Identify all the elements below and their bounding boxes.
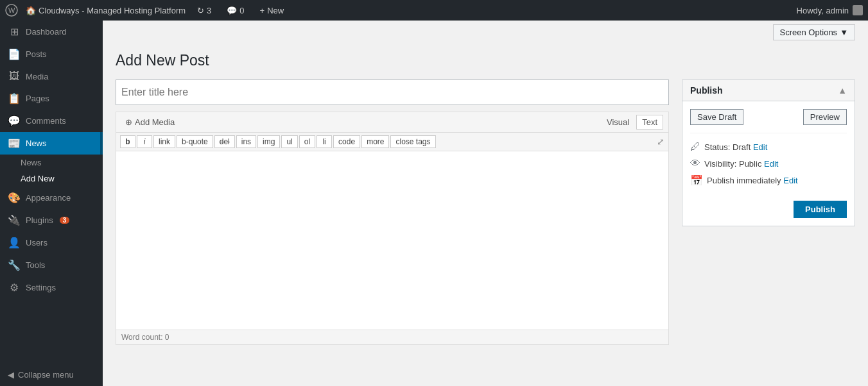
editor-main: ⊕ Add Media Visual Text b i link	[116, 80, 669, 345]
schedule-edit-link[interactable]: Edit	[783, 176, 797, 185]
format-more-button[interactable]: more	[361, 135, 389, 148]
site-name[interactable]: 🏠 Cloudways - Managed Hosting Platform	[26, 6, 186, 15]
format-ul-button[interactable]: ul	[281, 135, 297, 148]
editor-body[interactable]	[116, 151, 669, 330]
publish-button[interactable]: Publish	[794, 201, 847, 218]
calendar-icon: 📅	[690, 174, 703, 187]
visibility-icon: 👁	[690, 158, 700, 169]
sidebar-item-appearance[interactable]: 🎨 Appearance	[0, 187, 103, 209]
visibility-edit-link[interactable]: Edit	[764, 159, 778, 169]
house-icon: 🏠	[26, 6, 36, 15]
publish-box-header: Publish ▲	[682, 80, 855, 101]
status-icon: 🖊	[690, 141, 700, 153]
publish-box-body: Save Draft Preview 🖊 Status: Draft Edit …	[682, 101, 855, 226]
media-icon: 🖼	[8, 71, 21, 82]
pages-icon: 📋	[8, 92, 21, 105]
comment-icon: 💬	[227, 6, 237, 15]
format-italic-button[interactable]: i	[137, 135, 152, 148]
format-img-button[interactable]: img	[257, 135, 280, 148]
sidebar-item-pages[interactable]: 📋 Pages	[0, 87, 103, 110]
editor-tabs: Visual Text	[601, 115, 663, 130]
add-media-icon: ⊕	[125, 117, 132, 127]
posts-icon: 📄	[8, 48, 21, 60]
schedule-item: 📅 Publish immediately Edit	[690, 172, 847, 189]
sidebar: ⊞ Dashboard 📄 Posts 🖼 Media 📋 Pages 💬 Co…	[0, 21, 103, 386]
preview-button[interactable]: Preview	[803, 109, 847, 125]
collapse-icon: ◀	[8, 370, 14, 380]
updates-icon: ↻	[197, 6, 204, 15]
format-link-button[interactable]: link	[153, 135, 175, 148]
screen-options-button[interactable]: Screen Options ▼	[773, 24, 855, 40]
format-del-button[interactable]: del	[214, 135, 235, 148]
format-code-button[interactable]: code	[333, 135, 360, 148]
sidebar-item-media[interactable]: 🖼 Media	[0, 65, 103, 87]
editor-toolbar: ⊕ Add Media Visual Text	[116, 112, 669, 132]
new-button[interactable]: + New	[256, 0, 288, 21]
sidebar-sub-news[interactable]: News	[0, 155, 103, 171]
page-title: Add New Post	[116, 52, 855, 69]
news-icon: 📰	[8, 137, 21, 149]
sidebar-item-plugins[interactable]: 🔌 Plugins 3	[0, 209, 103, 231]
admin-bar: W 🏠 Cloudways - Managed Hosting Platform…	[0, 0, 868, 21]
format-ol-button[interactable]: ol	[299, 135, 315, 148]
status-item: 🖊 Status: Draft Edit	[690, 138, 847, 155]
format-bar: b i link b-quote del ins img ul ol li co…	[116, 132, 669, 151]
sidebar-sub-add-new[interactable]: Add New	[0, 171, 103, 187]
format-li-button[interactable]: li	[317, 135, 332, 148]
publish-meta: 🖊 Status: Draft Edit 👁 Visibility: Publi…	[690, 133, 847, 194]
main-content: Add New Post ⊕ Add Media	[103, 40, 868, 386]
sidebar-item-settings[interactable]: ⚙ Settings	[0, 276, 103, 299]
svg-text:W: W	[8, 6, 15, 14]
post-title-input[interactable]	[116, 80, 669, 105]
editor-sidebar: Publish ▲ Save Draft Preview 🖊	[682, 80, 855, 345]
sidebar-item-comments[interactable]: 💬 Comments	[0, 110, 103, 132]
comments-button[interactable]: 💬 0	[223, 0, 248, 21]
visibility-item: 👁 Visibility: Public Edit	[690, 155, 847, 172]
publish-button-row: Publish	[690, 194, 847, 218]
tools-icon: 🔧	[8, 259, 21, 271]
sidebar-item-users[interactable]: 👤 Users	[0, 231, 103, 254]
format-bquote-button[interactable]: b-quote	[177, 135, 213, 148]
format-bold-button[interactable]: b	[120, 135, 135, 148]
add-media-button[interactable]: ⊕ Add Media	[121, 115, 178, 129]
settings-icon: ⚙	[8, 281, 21, 294]
dashboard-icon: ⊞	[8, 26, 21, 38]
screen-options-bar: Screen Options ▼	[103, 21, 868, 40]
status-edit-link[interactable]: Edit	[753, 142, 767, 152]
plus-icon: +	[260, 6, 265, 15]
appearance-icon: 🎨	[8, 192, 21, 204]
publish-box: Publish ▲ Save Draft Preview 🖊	[682, 80, 855, 226]
format-close-tags-button[interactable]: close tags	[390, 135, 435, 148]
word-count: Word count: 0	[116, 330, 669, 345]
comments-icon: 💬	[8, 115, 21, 127]
sidebar-item-news[interactable]: 📰 News	[0, 132, 103, 155]
plugins-badge: 3	[60, 217, 70, 224]
wp-logo: W	[5, 4, 18, 17]
publish-actions: Save Draft Preview	[690, 109, 847, 125]
editor-layout: ⊕ Add Media Visual Text b i link	[116, 80, 855, 345]
howdy-section: Howdy, admin	[797, 5, 863, 15]
tab-text[interactable]: Text	[636, 115, 663, 130]
users-icon: 👤	[8, 237, 21, 249]
expand-editor-button[interactable]: ⤢	[657, 137, 664, 147]
save-draft-button[interactable]: Save Draft	[690, 109, 743, 125]
updates-button[interactable]: ↻ 3	[193, 0, 215, 21]
tab-visual[interactable]: Visual	[601, 115, 635, 130]
format-ins-button[interactable]: ins	[236, 135, 256, 148]
collapse-menu-button[interactable]: ◀ Collapse menu	[0, 364, 103, 386]
toolbar-left: ⊕ Add Media	[121, 115, 178, 129]
sidebar-item-dashboard[interactable]: ⊞ Dashboard	[0, 21, 103, 43]
chevron-down-icon: ▼	[840, 28, 848, 37]
sidebar-item-tools[interactable]: 🔧 Tools	[0, 254, 103, 276]
sidebar-item-posts[interactable]: 📄 Posts	[0, 43, 103, 65]
publish-collapse-button[interactable]: ▲	[838, 85, 847, 96]
plugins-icon: 🔌	[8, 214, 21, 226]
avatar	[853, 5, 863, 15]
